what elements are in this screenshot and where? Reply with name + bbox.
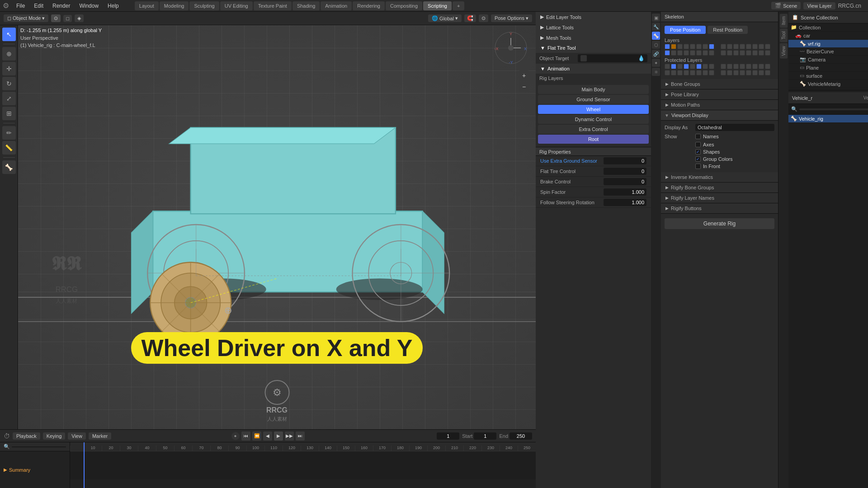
- in-front-checkbox[interactable]: [695, 164, 701, 169]
- pose-options-btn[interactable]: Pose Options ▾: [491, 14, 532, 22]
- rotate-tool[interactable]: ↻: [2, 77, 16, 90]
- layer-dot-24[interactable]: [709, 50, 714, 56]
- flat-tire-tool-header[interactable]: ▼ Flat Tire Tool: [536, 43, 651, 53]
- spin-factor-value[interactable]: 1.000: [604, 188, 646, 196]
- rig-layer-extra-control[interactable]: Extra Control: [538, 125, 649, 134]
- layer-dot-9[interactable]: [721, 44, 726, 49]
- step-back-1-btn[interactable]: ◀: [263, 432, 272, 441]
- axes-checkbox[interactable]: [695, 142, 701, 147]
- layer-dot-20[interactable]: [684, 50, 689, 56]
- outliner-vehicle-metarig[interactable]: 🦴 VehicleMetarig 👁: [788, 80, 868, 88]
- outliner-plane[interactable]: ▭ Plane 👁: [788, 64, 868, 72]
- prot-dot-14[interactable]: [752, 64, 758, 69]
- timeline-search-input[interactable]: [12, 446, 66, 447]
- transform-tool[interactable]: ⊞: [2, 107, 16, 120]
- rigify-layer-names-header[interactable]: Rigify Layer Names: [661, 193, 778, 203]
- layer-dot-12[interactable]: [740, 44, 745, 49]
- prop-tab-bone-constraint[interactable]: 🔗: [652, 50, 660, 58]
- menu-help[interactable]: Help: [103, 0, 123, 11]
- group-colors-checkbox[interactable]: [695, 156, 701, 162]
- tab-layout[interactable]: Layout: [135, 1, 159, 10]
- layer-dot-8[interactable]: [709, 44, 714, 49]
- use-extra-label[interactable]: Use Extra Ground Sensor: [540, 158, 604, 164]
- layer-dot-18[interactable]: [671, 50, 676, 56]
- layer-dot-31[interactable]: [759, 50, 764, 56]
- prop-tab-bone[interactable]: ⬡: [652, 41, 660, 49]
- prot-dot-19[interactable]: [677, 70, 683, 75]
- use-extra-value[interactable]: 0: [604, 157, 646, 164]
- outliner-collection[interactable]: 📁 Collection 👁: [788, 23, 868, 32]
- layer-dot-6[interactable]: [696, 44, 702, 49]
- prot-dot-26[interactable]: [727, 70, 732, 75]
- jump-start-btn[interactable]: ⏮: [241, 432, 250, 441]
- measure-tool[interactable]: 📏: [2, 141, 16, 155]
- scene-selector[interactable]: 🎬 Scene: [771, 2, 801, 9]
- inverse-kinematics-header[interactable]: Inverse Kinematics: [661, 172, 778, 183]
- object-target-field[interactable]: 💧: [578, 54, 647, 62]
- layer-dot-2[interactable]: [671, 44, 676, 49]
- menu-render[interactable]: Render: [48, 0, 75, 11]
- layer-dot-10[interactable]: [727, 44, 732, 49]
- prot-dot-7[interactable]: [703, 64, 708, 69]
- prot-dot-23[interactable]: [703, 70, 708, 75]
- prot-dot-31[interactable]: [759, 70, 764, 75]
- layer-dot-7[interactable]: [703, 44, 708, 49]
- tab-compositing[interactable]: Compositing: [386, 1, 422, 10]
- viewport-shading-solid[interactable]: ⊙: [51, 14, 61, 22]
- layer-dot-25[interactable]: [721, 50, 726, 56]
- layer-dot-28[interactable]: [740, 50, 745, 56]
- prot-dot-4[interactable]: [684, 64, 689, 69]
- rig-layer-ground-sensor[interactable]: Ground Sensor: [538, 95, 649, 104]
- viewport-shading-wire[interactable]: □: [63, 15, 72, 22]
- layer-dot-4[interactable]: [684, 44, 689, 49]
- names-checkbox[interactable]: [695, 134, 701, 139]
- prop-tab-object[interactable]: ▣: [652, 14, 660, 22]
- tab-uv-editing[interactable]: UV Editing: [220, 1, 253, 10]
- display-as-select[interactable]: Octahedral: [695, 124, 774, 131]
- prot-dot-32[interactable]: [765, 70, 770, 75]
- prop-tab-physics[interactable]: ⚛: [652, 68, 660, 76]
- layer-dot-17[interactable]: [665, 50, 670, 56]
- pose-position-btn[interactable]: Pose Position: [665, 26, 706, 34]
- rest-position-btn[interactable]: Rest Position: [708, 26, 748, 34]
- generate-rig-btn[interactable]: Generate Rig: [665, 218, 774, 229]
- prot-dot-5[interactable]: [690, 64, 695, 69]
- transform-global-btn[interactable]: 🌐 Global ▾: [428, 14, 462, 22]
- tab-animation[interactable]: Animation: [321, 1, 352, 10]
- prot-dot-3[interactable]: [677, 64, 683, 69]
- prop-tab-armature[interactable]: 🦴: [652, 32, 660, 40]
- side-tab-tool[interactable]: Tool: [780, 28, 788, 42]
- bone-groups-header[interactable]: Bone Groups: [661, 79, 778, 89]
- proportional-edit-btn[interactable]: ⊙: [479, 14, 488, 22]
- step-back-btn[interactable]: ⏪: [252, 432, 261, 441]
- shapes-checkbox[interactable]: [695, 149, 701, 155]
- layer-dot-16[interactable]: [765, 44, 770, 49]
- outliner-bezier-curve[interactable]: 〰 BezierCurve 👁: [788, 48, 868, 56]
- outliner-vrf-rig[interactable]: 🦴 vrf.rig 👁: [788, 40, 868, 48]
- outliner-car[interactable]: 🚗 car 👁: [788, 32, 868, 40]
- tab-modeling[interactable]: Modeling: [160, 1, 189, 10]
- prot-dot-1[interactable]: [665, 64, 670, 69]
- eyedropper-icon[interactable]: 💧: [638, 55, 645, 61]
- tab-sculpting[interactable]: Sculpting: [189, 1, 219, 10]
- outliner-camera[interactable]: 📷 Camera 👁: [788, 56, 868, 64]
- prot-dot-24[interactable]: [709, 70, 714, 75]
- prot-dot-27[interactable]: [733, 70, 739, 75]
- tab-add[interactable]: +: [453, 1, 464, 10]
- layer-dot-32[interactable]: [765, 50, 770, 56]
- current-frame-field[interactable]: 1: [437, 432, 459, 440]
- layer-dot-3[interactable]: [677, 44, 683, 49]
- view-mode-btn[interactable]: ◻ Object Mode ▾: [4, 14, 48, 22]
- prot-dot-15[interactable]: [759, 64, 764, 69]
- tab-shading[interactable]: Shading: [292, 1, 320, 10]
- prot-dot-29[interactable]: [746, 70, 751, 75]
- menu-window[interactable]: Window: [75, 0, 103, 11]
- pose-tool[interactable]: 🦴: [2, 160, 16, 174]
- motion-paths-header[interactable]: Motion Paths: [661, 100, 778, 110]
- prop-tab-modifier[interactable]: 🔧: [652, 23, 660, 31]
- move-tool[interactable]: ✛: [2, 62, 16, 75]
- prot-dot-2[interactable]: [671, 64, 676, 69]
- snap-btn[interactable]: 🧲: [464, 14, 476, 22]
- prot-dot-12[interactable]: [740, 64, 745, 69]
- layer-dot-23[interactable]: [703, 50, 708, 56]
